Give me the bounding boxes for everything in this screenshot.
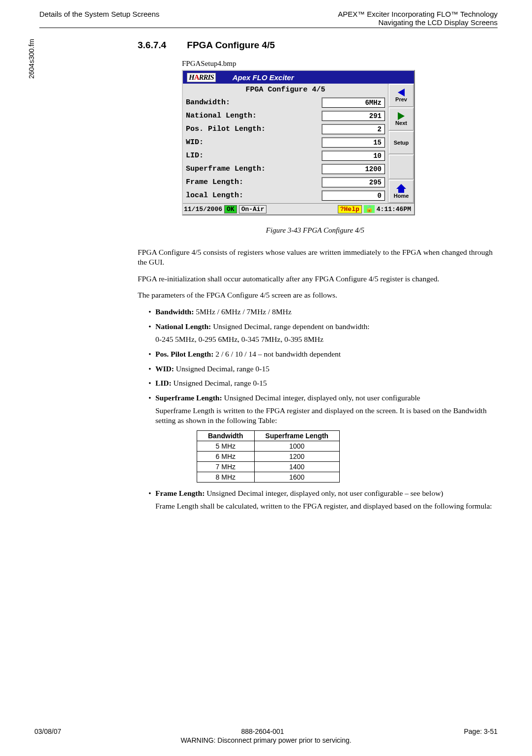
table-row: 7 MHz1400 [197, 461, 340, 472]
page-footer: 03/08/07 888-2604-001 Page: 3-51 WARNING… [34, 727, 498, 744]
li-sf-t: Unsigned Decimal integer, displayed only… [222, 393, 420, 402]
help-button[interactable]: ?Help [338, 205, 362, 213]
section-heading: 3.6.7.4 FPGA Configure 4/5 [138, 40, 493, 51]
list-item-frame-length: •Frame Length: Unsigned Decimal integer,… [148, 488, 493, 511]
setup-button[interactable]: Setup [388, 131, 414, 154]
lcd-value-superframe: 1200 [322, 164, 385, 174]
arrow-left-icon [398, 89, 405, 96]
header-left: Details of the System Setup Screens [39, 10, 159, 27]
cell: 1600 [254, 472, 339, 482]
li-fl-sub: Frame Length shall be calculated, writte… [155, 501, 493, 511]
cell: 1000 [254, 441, 339, 451]
lcd-label-frame: Frame Length: [186, 178, 322, 186]
lcd-screenshot: HARRIS Apex FLO Exciter FPGA Configure 4… [182, 70, 415, 215]
cell: 7 MHz [197, 461, 255, 472]
li-wid-b: WID: [155, 364, 174, 373]
cell: 1400 [254, 461, 339, 472]
header-right-line1: APEX™ Exciter Incorporating FLO™ Technol… [338, 10, 498, 18]
lcd-label-bandwidth: Bandwidth: [186, 98, 322, 107]
prev-button[interactable]: Prev [388, 84, 414, 107]
list-item-wid: •WID: Unsigned Decimal, range 0-15 [148, 364, 493, 374]
lcd-value-national-length[interactable]: 291 [322, 111, 385, 121]
list-item-national-length: •National Length: Unsigned Decimal, rang… [148, 322, 493, 344]
li-nl-sub: 0-245 5MHz, 0-295 6MHz, 0-345 7MHz, 0-39… [155, 334, 493, 344]
brand-logo: HARRIS [187, 73, 216, 82]
section-title: FPGA Configure 4/5 [187, 40, 275, 50]
table-header-bandwidth: Bandwidth [197, 430, 255, 441]
lcd-label-wid: WID: [186, 138, 322, 147]
list-item-lid: •LID: Unsigned Decimal, range 0-15 [148, 378, 493, 388]
li-fl-b: Frame Length: [155, 489, 205, 497]
cell: 8 MHz [197, 472, 255, 482]
li-sf-b: Superframe Length: [155, 393, 222, 402]
home-label: Home [394, 193, 409, 199]
prev-label: Prev [395, 96, 407, 102]
home-button[interactable]: Home [388, 180, 414, 203]
section-number: 3.6.7.4 [138, 40, 184, 51]
li-lid-t: Unsigned Decimal, range 0-15 [172, 379, 267, 387]
lcd-label-pos-pilot: Pos. Pilot Length: [186, 125, 322, 133]
lcd-value-wid[interactable]: 15 [322, 137, 385, 148]
lcd-value-lid[interactable]: 10 [322, 151, 385, 161]
li-sf-sub: Superframe Length is written to the FPGA… [155, 406, 493, 425]
li-bw-t: 5MHz / 6MHz / 7MHz / 8MHz [194, 307, 291, 316]
li-lid-b: LID: [155, 379, 172, 387]
li-pp-b: Pos. Pilot Length: [155, 350, 213, 358]
lcd-screen-name: FPGA Configure 4/5 [186, 86, 385, 94]
lcd-value-frame: 295 [322, 177, 385, 187]
table-row: 6 MHz1200 [197, 451, 340, 461]
figure-caption: Figure 3-43 FPGA Configure 4/5 [138, 226, 493, 235]
paragraph-2: FPGA re-initialization shall occur autom… [138, 274, 493, 284]
footer-pagenum: Page: 3-51 [464, 727, 498, 735]
lcd-label-national-length: National Length: [186, 112, 322, 120]
blank-button [388, 154, 414, 180]
cell: 5 MHz [197, 441, 255, 451]
setup-label: Setup [394, 140, 409, 146]
li-bw-b: Bandwidth: [155, 307, 194, 316]
figure-filename: FPGASetup4.bmp [182, 60, 493, 68]
page-header: Details of the System Setup Screens APEX… [39, 10, 498, 28]
lock-icon[interactable]: 🔓 [364, 205, 375, 213]
bandwidth-table: BandwidthSuperframe Length 5 MHz1000 6 M… [197, 430, 340, 483]
footer-warning: WARNING: Disconnect primary power prior … [34, 736, 498, 744]
cell: 6 MHz [197, 451, 255, 461]
lcd-value-local[interactable]: 0 [322, 190, 385, 201]
lcd-app-title: Apex FLO Exciter [233, 73, 294, 82]
next-button[interactable]: Next [388, 107, 414, 131]
home-icon [396, 184, 406, 189]
source-filename: 2604s300.fm [28, 39, 35, 79]
table-row: 5 MHz1000 [197, 441, 340, 451]
list-item-pos-pilot: •Pos. Pilot Length: 2 / 6 / 10 / 14 – no… [148, 349, 493, 359]
footer-date: 03/08/07 [34, 727, 61, 735]
lcd-label-superframe: Superframe Length: [186, 165, 322, 173]
cell: 1200 [254, 451, 339, 461]
status-onair: On-Air [239, 205, 267, 213]
li-nl-b: National Length: [155, 322, 211, 331]
status-date: 11/15/2006 [184, 206, 222, 213]
status-ok: OK [224, 205, 237, 213]
next-label: Next [395, 120, 407, 126]
li-pp-t: 2 / 6 / 10 / 14 – not bandwidth dependen… [213, 350, 341, 358]
status-time: 4:11:46PM [377, 206, 411, 213]
lcd-value-bandwidth[interactable]: 6MHz [322, 97, 385, 108]
li-wid-t: Unsigned Decimal, range 0-15 [174, 364, 269, 373]
arrow-right-icon [398, 112, 405, 120]
table-header-superframe: Superframe Length [254, 430, 339, 441]
table-row: 8 MHz1600 [197, 472, 340, 482]
home-icon-base [398, 189, 404, 193]
list-item-bandwidth: •Bandwidth: 5MHz / 6MHz / 7MHz / 8MHz [148, 307, 493, 317]
list-item-superframe: •Superframe Length: Unsigned Decimal int… [148, 393, 493, 425]
paragraph-3: The parameters of the FPGA Configure 4/5… [138, 290, 493, 300]
lcd-value-pos-pilot[interactable]: 2 [322, 124, 385, 134]
li-fl-t: Unsigned Decimal integer, displayed only… [205, 489, 443, 497]
paragraph-1: FPGA Configure 4/5 consists of registers… [138, 247, 493, 267]
header-right-line2: Navigating the LCD Display Screens [338, 18, 498, 27]
lcd-label-lid: LID: [186, 151, 322, 160]
footer-docnum: 888-2604-001 [241, 727, 284, 735]
li-nl-t: Unsigned Decimal, range dependent on ban… [211, 322, 369, 331]
lcd-label-local: local Length: [186, 191, 322, 200]
